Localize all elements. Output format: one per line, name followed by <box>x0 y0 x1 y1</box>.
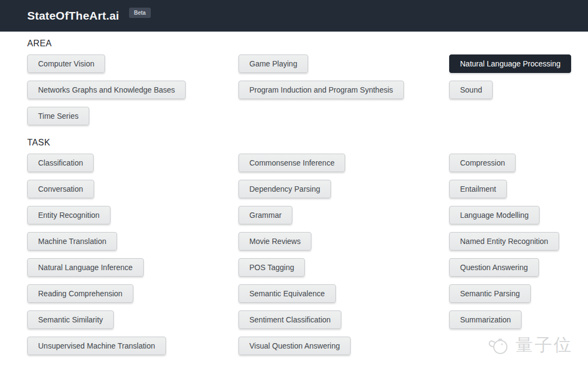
task-tag-compression[interactable]: Compression <box>449 154 516 172</box>
area-section-label: AREA <box>27 39 569 48</box>
task-tag-natural-language-inference[interactable]: Natural Language Inference <box>27 258 144 277</box>
beta-badge: Beta <box>129 8 151 18</box>
task-filter-grid: ClassificationCommonsense InferenceCompr… <box>27 154 569 355</box>
task-tag-conversation[interactable]: Conversation <box>27 180 94 198</box>
task-section-label: TASK <box>27 138 569 148</box>
task-tag-commonsense-inference[interactable]: Commonsense Inference <box>238 154 345 172</box>
task-tag-sentiment-classification[interactable]: Sentiment Classification <box>238 310 341 329</box>
task-tag-machine-translation[interactable]: Machine Translation <box>27 232 117 251</box>
main-content: AREA Computer VisionGame PlayingNatural … <box>0 32 588 355</box>
task-tag-language-modelling[interactable]: Language Modelling <box>449 206 540 224</box>
task-tag-named-entity-recognition[interactable]: Named Entity Recognition <box>449 232 559 251</box>
task-tag-entailment[interactable]: Entailment <box>449 180 507 198</box>
task-tag-semantic-similarity[interactable]: Semantic Similarity <box>27 310 114 329</box>
task-tag-dependency-parsing[interactable]: Dependency Parsing <box>238 180 331 198</box>
area-tag-program-induction-and-program-synthesis[interactable]: Program Induction and Program Synthesis <box>238 81 404 99</box>
task-tag-semantic-parsing[interactable]: Semantic Parsing <box>449 284 531 303</box>
area-tag-time-series[interactable]: Time Series <box>27 107 89 125</box>
task-tag-classification[interactable]: Classification <box>27 154 94 172</box>
area-tag-game-playing[interactable]: Game Playing <box>238 54 308 73</box>
task-tag-visual-question-answering[interactable]: Visual Question Answering <box>238 337 351 355</box>
task-tag-summarization[interactable]: Summarization <box>449 310 522 329</box>
area-tag-sound[interactable]: Sound <box>449 81 493 99</box>
area-tag-networks-graphs-and-knowledge-bases[interactable]: Networks Graphs and Knowledge Bases <box>27 81 186 99</box>
task-tag-unsupervised-machine-translation[interactable]: Unsupervised Machine Translation <box>27 337 166 355</box>
task-tag-movie-reviews[interactable]: Movie Reviews <box>238 232 311 251</box>
task-tag-question-answering[interactable]: Question Answering <box>449 258 539 277</box>
area-tag-natural-language-processing[interactable]: Natural Language Processing <box>449 54 571 73</box>
task-tag-semantic-equivalence[interactable]: Semantic Equivalence <box>238 284 336 303</box>
task-tag-entity-recognition[interactable]: Entity Recognition <box>27 206 111 224</box>
area-filter-grid: Computer VisionGame PlayingNatural Langu… <box>27 54 569 125</box>
site-title[interactable]: StateOfTheArt.ai <box>27 9 119 22</box>
task-tag-pos-tagging[interactable]: POS Tagging <box>238 258 305 277</box>
task-tag-reading-comprehension[interactable]: Reading Comprehension <box>27 284 133 303</box>
area-tag-computer-vision[interactable]: Computer Vision <box>27 54 105 73</box>
task-tag-grammar[interactable]: Grammar <box>238 206 292 224</box>
top-navbar: StateOfTheArt.ai Beta <box>0 0 588 32</box>
